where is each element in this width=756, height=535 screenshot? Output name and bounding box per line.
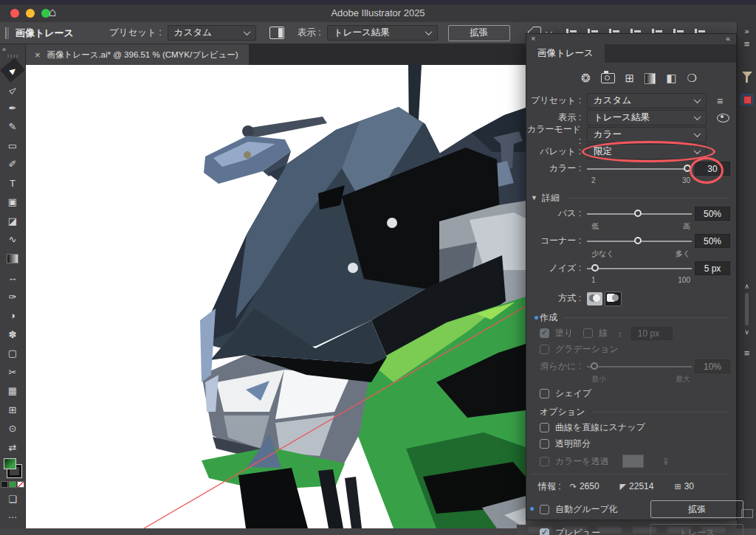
expand-button[interactable]: 拡張 bbox=[448, 25, 510, 41]
divider bbox=[532, 474, 730, 474]
graph-tool[interactable]: ▦ bbox=[3, 383, 22, 399]
color-mode-dropdown[interactable]: カラー bbox=[587, 127, 707, 142]
auto-color-preset-icon[interactable]: ❂ bbox=[581, 72, 591, 85]
draw-mode-button[interactable]: ❏ bbox=[8, 494, 17, 505]
paths-slider-knob[interactable] bbox=[634, 210, 642, 217]
panel-tab-image-trace[interactable]: 画像トレース bbox=[526, 44, 605, 63]
panel-body: ❂⊞◧❍ プリセット : カスタム ≡ 表示 : トレース結果 カラーモード : bbox=[526, 63, 736, 535]
curvature-tool[interactable]: ✎ bbox=[3, 119, 22, 135]
rectangle-tool[interactable]: ▭ bbox=[3, 137, 22, 153]
type-tool[interactable]: T bbox=[3, 175, 22, 191]
smooth-slider[interactable] bbox=[587, 359, 692, 374]
stroke-width-field[interactable]: 10 px bbox=[631, 327, 673, 340]
color-slider-knob[interactable] bbox=[684, 165, 691, 172]
blend-tool[interactable]: ◑ bbox=[3, 308, 22, 324]
color-slash-icon[interactable] bbox=[17, 481, 24, 488]
panel-menu-icon[interactable]: ≡ bbox=[744, 38, 750, 49]
eyedropper-tool[interactable]: ✑ bbox=[3, 289, 22, 305]
ignore-color-checkbox[interactable] bbox=[540, 457, 549, 466]
scroll-down-icon[interactable]: ∨ bbox=[744, 328, 749, 336]
noise-value-field[interactable]: 5 px bbox=[695, 261, 730, 275]
high-color-preset-icon[interactable] bbox=[601, 73, 615, 83]
panel-menu-icon[interactable]: ≡ bbox=[744, 348, 750, 359]
stroke-checkbox[interactable] bbox=[583, 328, 593, 338]
paths-minmax: 低 高 bbox=[526, 223, 736, 232]
ignore-color-swatch[interactable] bbox=[622, 455, 644, 468]
options-bar-grip[interactable] bbox=[5, 27, 7, 39]
divider bbox=[565, 317, 729, 318]
color-fill-icon[interactable] bbox=[9, 481, 16, 488]
paths-slider[interactable] bbox=[587, 206, 692, 221]
corners-slider-knob[interactable] bbox=[634, 237, 642, 244]
more-tools-button[interactable]: … bbox=[8, 509, 18, 520]
transparent-checkbox[interactable] bbox=[540, 439, 549, 449]
corners-value-field[interactable]: 50% bbox=[695, 234, 730, 248]
stepper-icon[interactable]: ↕ bbox=[618, 329, 622, 338]
outline-preset-icon[interactable]: ❍ bbox=[687, 72, 696, 85]
eye-icon[interactable] bbox=[717, 114, 729, 122]
scroll-up-icon[interactable]: ∧ bbox=[744, 283, 749, 290]
preset-dropdown[interactable]: カスタム bbox=[587, 93, 707, 108]
expand-panels-icon[interactable]: » bbox=[744, 27, 749, 35]
gradient-checkbox[interactable] bbox=[540, 345, 549, 354]
symbol-sprayer-tool[interactable]: ✽ bbox=[3, 326, 22, 342]
smooth-value-field[interactable]: 10% bbox=[695, 359, 730, 373]
view-dropdown[interactable]: トレース結果 bbox=[587, 110, 707, 125]
red-swatch-icon[interactable] bbox=[740, 94, 754, 106]
document-tab-title: 画像トレース.ai* @ 396.51 % (CMYK/プレビュー) bbox=[47, 49, 238, 61]
shape-builder-tool[interactable]: ⊞ bbox=[3, 401, 22, 418]
palette-value: 限定 bbox=[594, 145, 612, 158]
color-value-field[interactable]: 30 bbox=[695, 162, 730, 176]
color-none-icon[interactable] bbox=[1, 481, 8, 488]
paintbrush-tool[interactable]: ✐ bbox=[3, 156, 22, 173]
method-abutting-button[interactable] bbox=[587, 292, 602, 306]
artboard-tool[interactable]: ▢ bbox=[3, 345, 22, 362]
slice-tool[interactable]: ✂ bbox=[3, 364, 22, 380]
document-tab[interactable]: × 画像トレース.ai* @ 396.51 % (CMYK/プレビュー) bbox=[26, 44, 249, 65]
smooth-slider-knob[interactable] bbox=[591, 362, 598, 370]
view-dropdown[interactable]: トレース結果 bbox=[327, 25, 438, 41]
detail-section-header[interactable]: ▼ 詳細 bbox=[531, 191, 736, 204]
collapse-tools-icon[interactable]: » bbox=[2, 46, 6, 53]
grayscale-preset-icon[interactable] bbox=[645, 73, 656, 84]
options-section-label: オプション bbox=[540, 406, 585, 418]
color-mode-strip[interactable] bbox=[1, 481, 24, 488]
filter-icon[interactable] bbox=[742, 72, 752, 77]
collapse-panel-icon[interactable]: « bbox=[726, 34, 730, 43]
fill-checkbox[interactable] bbox=[540, 328, 549, 338]
pen-tool[interactable]: ✒ bbox=[3, 100, 22, 116]
preset-dropdown[interactable]: カスタム bbox=[168, 25, 256, 41]
tools-panel-grip[interactable] bbox=[7, 55, 18, 58]
width-tool[interactable]: ↔ bbox=[3, 270, 22, 286]
method-overlapping-button[interactable] bbox=[605, 291, 622, 306]
eyedropper-icon[interactable]: ✑ bbox=[660, 458, 671, 466]
free-transform-tool[interactable]: ▣ bbox=[3, 194, 22, 210]
eraser-tool[interactable]: ◪ bbox=[3, 213, 22, 229]
swap-colors-icon[interactable]: ⇄ bbox=[3, 439, 22, 455]
auto-group-checkbox[interactable] bbox=[540, 505, 549, 514]
close-panel-icon[interactable]: × bbox=[531, 34, 535, 43]
palette-dropdown[interactable]: 限定 bbox=[587, 144, 707, 159]
shaper-tool[interactable]: ∿ bbox=[3, 232, 22, 248]
corners-slider[interactable] bbox=[587, 233, 692, 249]
preset-menu-icon[interactable]: ≡ bbox=[717, 95, 723, 107]
low-color-preset-icon[interactable]: ⊞ bbox=[625, 72, 635, 85]
fill-stroke-indicator[interactable] bbox=[3, 458, 22, 477]
artboard-canvas[interactable] bbox=[26, 65, 526, 528]
paths-value-field[interactable]: 50% bbox=[695, 207, 730, 221]
noise-slider-knob[interactable] bbox=[591, 264, 599, 272]
fill-swatch[interactable] bbox=[4, 458, 16, 469]
color-slider[interactable] bbox=[587, 161, 692, 176]
black-white-preset-icon[interactable]: ◧ bbox=[666, 72, 676, 85]
shape-checkbox[interactable] bbox=[540, 389, 549, 398]
scrollbar-thumb[interactable] bbox=[745, 293, 749, 325]
snap-curves-checkbox[interactable] bbox=[540, 423, 549, 432]
noise-slider[interactable] bbox=[587, 260, 692, 276]
direct-selection-tool[interactable]: ▻ bbox=[0, 77, 25, 102]
zoom-tool[interactable]: ⊙ bbox=[3, 421, 22, 437]
image-trace-panel-toggle-icon[interactable] bbox=[269, 27, 284, 39]
gradient-tool[interactable] bbox=[7, 254, 18, 263]
close-tab-icon[interactable]: × bbox=[35, 49, 41, 61]
preview-checkbox[interactable] bbox=[540, 528, 549, 535]
expand-button[interactable]: 拡張 bbox=[650, 500, 743, 518]
